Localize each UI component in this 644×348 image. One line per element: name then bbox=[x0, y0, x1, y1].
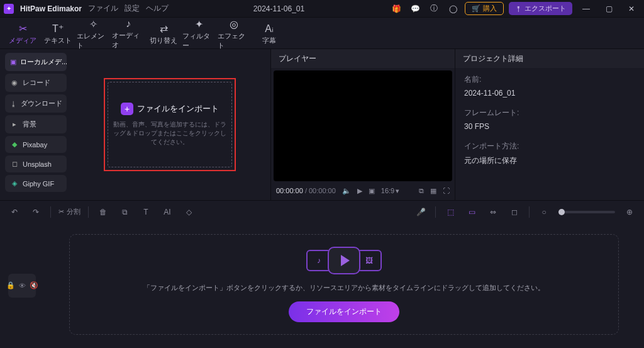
info-icon[interactable]: ⓘ bbox=[427, 2, 441, 16]
media-pane: ▣ローカルメデ... ◉レコード ⭳ダウンロード ▸背景 ◆Pixabay ◻U… bbox=[0, 49, 270, 200]
tab-filter[interactable]: ✦フィルター bbox=[182, 20, 215, 48]
detail-name-value: 2024-11-06_01 bbox=[464, 89, 635, 98]
timeline: 🔒 👁 🔇 ♪ 🖼 「ファイルをインポート」ボタンをクリックするか、リソースエリ… bbox=[0, 223, 644, 348]
tab-element-label: エレメント bbox=[77, 31, 109, 50]
play-icon bbox=[328, 247, 360, 274]
app-name: HitPaw Edimakor bbox=[20, 4, 82, 13]
volume-icon[interactable]: 🔈 bbox=[342, 187, 351, 195]
tab-caption[interactable]: Aᵢ字幕 bbox=[253, 20, 286, 48]
buy-button[interactable]: 🛒 購入 bbox=[465, 2, 504, 15]
timeline-message: 「ファイルをインポート」ボタンをクリックするか、リソースエリアから素材をタイムラ… bbox=[143, 283, 545, 293]
sidebar-item-label: ローカルメデ... bbox=[20, 57, 67, 67]
delete-button[interactable]: 🗑 bbox=[96, 205, 110, 219]
stop-icon[interactable]: ▣ bbox=[369, 187, 375, 195]
grid-icon[interactable]: ▦ bbox=[430, 187, 436, 195]
project-title: 2024-11-06_01 bbox=[175, 4, 383, 13]
tab-effect[interactable]: ◎エフェクト bbox=[218, 20, 250, 48]
sidebar-item-local[interactable]: ▣ローカルメデ... bbox=[5, 53, 67, 71]
marker-button[interactable]: ◻ bbox=[508, 205, 521, 219]
gift-icon[interactable]: 🎁 bbox=[389, 2, 403, 16]
tab-audio-label: オーディオ bbox=[112, 31, 145, 50]
sidebar-item-label: 背景 bbox=[23, 120, 36, 129]
divider bbox=[50, 206, 51, 218]
tab-transition-label: 切り替え bbox=[150, 36, 177, 45]
sidebar-item-giphy[interactable]: ◈Giphy GIF bbox=[5, 175, 67, 192]
player-viewport[interactable] bbox=[274, 70, 452, 181]
divider bbox=[88, 206, 89, 218]
divider bbox=[529, 206, 530, 218]
tab-media-label: メディア bbox=[9, 36, 36, 45]
import-title: ファイルをインポート bbox=[137, 103, 219, 115]
detail-fps-label: フレームレート: bbox=[464, 108, 635, 118]
timeline-toolbar: ↶ ↷ ✂ 分割 🗑 ⧉ T AI ◇ 🎤 ⬚ ▭ ⇔ ◻ ○ ⊕ bbox=[0, 200, 644, 223]
chevron-right-icon: ▸ bbox=[10, 120, 19, 128]
tab-media[interactable]: ✂メディア bbox=[6, 20, 39, 48]
copy-button[interactable]: ⧉ bbox=[118, 205, 131, 219]
track-header[interactable]: 🔒 👁 🔇 bbox=[8, 274, 36, 298]
fullscreen-icon[interactable]: ⛶ bbox=[443, 187, 450, 194]
snap-button-1[interactable]: ⬚ bbox=[443, 205, 457, 219]
mute-icon: 🔇 bbox=[30, 281, 38, 289]
details-pane: プロジェクト詳細 名前: 2024-11-06_01 フレームレート: 30 F… bbox=[455, 49, 644, 200]
sidebar-item-background[interactable]: ▸背景 bbox=[5, 115, 67, 133]
aspect-ratio-button[interactable]: 16:9 ▾ bbox=[381, 187, 399, 195]
image-icon: 🖼 bbox=[357, 250, 382, 271]
timeline-import-button[interactable]: ファイルをインポート bbox=[289, 301, 399, 322]
unsplash-icon: ◻ bbox=[10, 160, 19, 168]
tab-element[interactable]: ✧エレメント bbox=[77, 20, 109, 48]
track-headers: 🔒 👁 🔇 bbox=[0, 223, 44, 348]
menu-file[interactable]: ファイル bbox=[88, 3, 118, 14]
detail-fps-value: 30 FPS bbox=[464, 122, 635, 131]
snap-button-2[interactable]: ▭ bbox=[465, 205, 479, 219]
window-close[interactable]: ✕ bbox=[623, 2, 640, 16]
player-pane: プレイヤー 00:00:00 / 00:00:00 🔈 ▶ ▣ 16:9 ▾ ⧉… bbox=[270, 49, 455, 200]
tab-text-label: テキスト bbox=[44, 36, 72, 45]
eye-icon: 👁 bbox=[19, 282, 26, 289]
keyframe-button[interactable]: ◇ bbox=[182, 205, 196, 219]
redo-button[interactable]: ↷ bbox=[29, 205, 43, 219]
import-subtitle: 動画、音声、写真を追加するには、ドラッグ＆ドロップまたはここをクリックしてくださ… bbox=[113, 120, 226, 147]
account-icon[interactable]: ◯ bbox=[446, 2, 460, 16]
window-maximize[interactable]: ▢ bbox=[600, 2, 618, 16]
sidebar-item-pixabay[interactable]: ◆Pixabay bbox=[5, 136, 67, 153]
export-label: エクスポート bbox=[525, 4, 566, 13]
pixabay-icon: ◆ bbox=[10, 140, 19, 149]
zoom-slider[interactable] bbox=[558, 211, 615, 213]
snapshot-icon[interactable]: ⧉ bbox=[419, 187, 424, 195]
tab-transition[interactable]: ⇄切り替え bbox=[147, 20, 180, 48]
link-button[interactable]: ⇔ bbox=[486, 205, 500, 219]
giphy-icon: ◈ bbox=[10, 179, 19, 188]
sidebar-item-label: ダウンロード bbox=[21, 99, 62, 108]
export-button[interactable]: ⭱ エクスポート bbox=[509, 2, 572, 15]
tab-caption-label: 字幕 bbox=[262, 36, 276, 45]
zoom-out-button[interactable]: ○ bbox=[537, 205, 551, 219]
player-controls: 00:00:00 / 00:00:00 🔈 ▶ ▣ 16:9 ▾ ⧉ ▦ ⛶ bbox=[271, 181, 455, 200]
download-icon: ⭳ bbox=[10, 100, 17, 108]
mic-button[interactable]: 🎤 bbox=[414, 205, 428, 219]
text-tool-button[interactable]: T bbox=[139, 205, 153, 219]
play-icon[interactable]: ▶ bbox=[357, 187, 362, 195]
split-label: 分割 bbox=[67, 207, 80, 216]
sidebar-item-download[interactable]: ⭳ダウンロード bbox=[5, 94, 67, 113]
ai-tool-button[interactable]: AI bbox=[160, 205, 174, 219]
import-dropzone[interactable]: + ファイルをインポート 動画、音声、写真を追加するには、ドラッグ＆ドロップまた… bbox=[104, 78, 236, 171]
sidebar-item-record[interactable]: ◉レコード bbox=[5, 74, 67, 92]
undo-button[interactable]: ↶ bbox=[8, 205, 21, 219]
buy-label: 購入 bbox=[483, 4, 497, 13]
zoom-in-button[interactable]: ⊕ bbox=[623, 205, 636, 219]
sidebar-item-unsplash[interactable]: ◻Unsplash bbox=[5, 155, 67, 172]
filter-icon: ✦ bbox=[195, 18, 203, 30]
timeline-dropzone[interactable]: ♪ 🖼 「ファイルをインポート」ボタンをクリックするか、リソースエリアから素材を… bbox=[69, 234, 619, 335]
detail-import-label: インポート方法: bbox=[464, 141, 635, 152]
chat-icon[interactable]: 💬 bbox=[408, 2, 422, 16]
window-minimize[interactable]: — bbox=[577, 2, 595, 16]
menu-help[interactable]: ヘルプ bbox=[146, 3, 169, 14]
tab-audio[interactable]: ♪オーディオ bbox=[112, 20, 145, 48]
menu-settings[interactable]: 設定 bbox=[125, 3, 140, 14]
split-button[interactable]: ✂ 分割 bbox=[58, 207, 80, 216]
time-current: 00:00:00 bbox=[276, 187, 303, 194]
sidebar-item-label: Unsplash bbox=[23, 160, 52, 168]
tab-effect-label: エフェクト bbox=[218, 31, 250, 50]
tab-text[interactable]: T⁺テキスト bbox=[42, 20, 74, 48]
divider bbox=[435, 206, 436, 218]
